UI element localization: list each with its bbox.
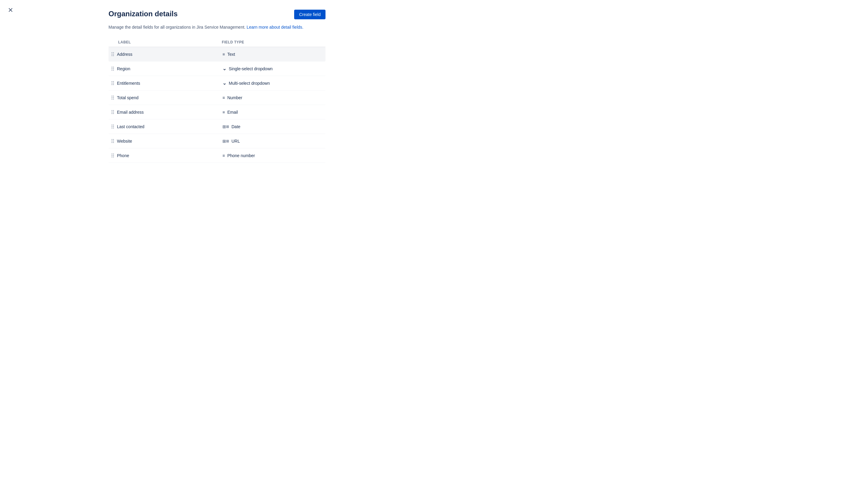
type-label: Text <box>227 52 235 57</box>
field-type: Text <box>220 48 325 60</box>
fields-table: Label Field type Address Text <box>108 40 325 163</box>
drag-handle[interactable] <box>108 67 117 70</box>
url-icon: ⊞ <box>222 139 229 144</box>
drag-dots-icon <box>112 52 114 56</box>
learn-more-link[interactable]: Learn more about detail fields. <box>246 25 303 30</box>
dropdown-icon <box>222 66 226 71</box>
page-subtitle: Manage the detail fields for all organiz… <box>108 24 325 31</box>
subtitle-text: Manage the detail fields for all organiz… <box>108 25 245 30</box>
drag-dots-icon <box>112 125 114 128</box>
close-button[interactable] <box>6 5 15 14</box>
drag-dots-icon <box>112 95 114 100</box>
field-label: Website <box>117 135 220 147</box>
table-header: Label Field type <box>108 40 325 47</box>
table-body: Address Text Region Si <box>108 47 325 163</box>
table-row: Total spend Number <box>108 90 325 105</box>
type-label: URL <box>231 139 240 144</box>
drag-dots-icon <box>112 110 114 114</box>
type-label: Multi-select dropdown <box>229 81 270 86</box>
type-label: Phone number <box>227 153 255 158</box>
field-label: Last contacted <box>117 121 220 133</box>
column-header-type: Field type <box>222 40 325 44</box>
table-row: Region Single-select dropdown <box>108 61 325 76</box>
type-label: Date <box>231 124 241 129</box>
page-title: Organization details <box>108 10 177 19</box>
drag-handle[interactable] <box>108 95 117 100</box>
page-header: Organization details Create field <box>108 10 325 19</box>
field-type: Single-select dropdown <box>220 62 325 75</box>
field-label: Email address <box>117 106 220 118</box>
drag-dots-icon <box>112 67 114 70</box>
text-icon <box>222 52 225 57</box>
drag-handle[interactable] <box>108 139 117 143</box>
table-row: Last contacted ⊞ Date <box>108 120 325 134</box>
table-row: Entitlements Multi-select dropdown <box>108 76 325 90</box>
table-row: Website ⊞ URL <box>108 134 325 148</box>
drag-handle[interactable] <box>108 125 117 128</box>
field-label: Address <box>117 48 220 60</box>
drag-handle[interactable] <box>108 52 117 56</box>
column-header-label: Label <box>108 40 222 44</box>
email-icon <box>222 110 225 115</box>
drag-dots-icon <box>112 154 114 157</box>
type-label: Number <box>227 95 242 100</box>
table-row: Address Text <box>108 47 325 61</box>
field-type: Email <box>220 106 325 118</box>
drag-handle[interactable] <box>108 154 117 157</box>
field-label: Region <box>117 63 220 75</box>
field-label: Phone <box>117 150 220 162</box>
phone-icon <box>222 153 225 158</box>
type-label: Email <box>227 110 238 115</box>
drag-handle[interactable] <box>108 110 117 114</box>
drag-dots-icon <box>112 139 114 143</box>
type-label: Single-select dropdown <box>229 66 273 71</box>
field-type: Phone number <box>220 150 325 162</box>
field-type: ⊞ Date <box>220 121 325 133</box>
field-type: Multi-select dropdown <box>220 77 325 90</box>
dropdown-icon <box>222 80 226 86</box>
field-type: ⊞ URL <box>220 135 325 147</box>
table-row: Email address Email <box>108 105 325 120</box>
field-label: Entitlements <box>117 77 220 89</box>
table-row: Phone Phone number <box>108 148 325 163</box>
date-icon: ⊞ <box>222 124 229 129</box>
field-type: Number <box>220 92 325 104</box>
number-icon <box>222 95 225 100</box>
drag-handle[interactable] <box>108 81 117 85</box>
field-label: Total spend <box>117 92 220 104</box>
create-field-button[interactable]: Create field <box>294 10 325 19</box>
main-container: Organization details Create field Manage… <box>103 0 332 172</box>
drag-dots-icon <box>112 81 114 85</box>
